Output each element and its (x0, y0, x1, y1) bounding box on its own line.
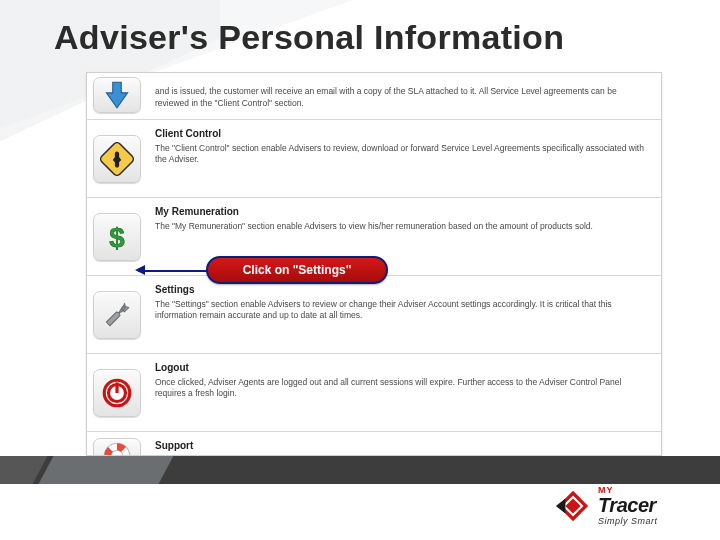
logo-name: Tracer (598, 495, 658, 515)
item-title: Support (155, 440, 651, 451)
list-item-client-control[interactable]: Client Control The "Client Control" sect… (87, 119, 661, 197)
item-description: and is issued, the customer will receive… (155, 86, 651, 109)
slide: Adviser's Personal Information and is is… (0, 0, 720, 540)
list-item: and is issued, the customer will receive… (87, 73, 661, 119)
page-title: Adviser's Personal Information (54, 18, 564, 57)
item-title: Logout (155, 362, 651, 373)
item-title: My Remuneration (155, 206, 651, 217)
wrench-icon (93, 291, 141, 339)
brand-logo: MY Tracer Simply Smart (554, 484, 702, 528)
dollar-icon: $ (93, 213, 141, 261)
item-description: The "Settings" section enable Advisers t… (155, 299, 651, 322)
item-description: The "Client Control" section enable Advi… (155, 143, 651, 166)
logo-mark-icon (554, 487, 592, 525)
svg-text:$: $ (109, 221, 124, 252)
item-title: Client Control (155, 128, 651, 139)
lifebuoy-icon (93, 438, 141, 456)
callout-bubble: Click on "Settings" (206, 256, 388, 284)
svg-rect-4 (115, 382, 118, 393)
item-title: Settings (155, 284, 651, 295)
list-item-support[interactable]: Support The "Support" section enable Adv… (87, 431, 661, 456)
warning-sign-icon (93, 135, 141, 183)
arrow-down-icon (93, 77, 141, 113)
item-description: Once clicked, Adviser Agents are logged … (155, 377, 651, 400)
power-icon (93, 369, 141, 417)
logo-tagline: Simply Smart (598, 517, 658, 526)
footer-accent (39, 456, 174, 484)
list-item-settings[interactable]: Settings The "Settings" section enable A… (87, 275, 661, 353)
item-description: The "My Remuneration" section enable Adv… (155, 221, 651, 232)
callout-text: Click on "Settings" (243, 263, 352, 277)
list-item-logout[interactable]: Logout Once clicked, Adviser Agents are … (87, 353, 661, 431)
